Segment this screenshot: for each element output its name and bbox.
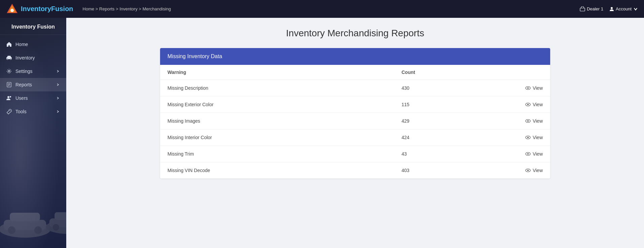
cell-action: View <box>453 162 550 179</box>
sidebar-item-settings-label: Settings <box>15 69 52 74</box>
svg-point-9 <box>34 226 42 234</box>
topnav: InventoryFusion Home > Reports > Invento… <box>0 0 644 18</box>
sidebar-item-tools[interactable]: Tools <box>0 105 66 118</box>
users-chevron-icon <box>55 96 60 100</box>
table-header-row: Warning Count <box>160 65 550 80</box>
sidebar-item-settings[interactable]: Settings <box>0 65 66 78</box>
sidebar-item-reports[interactable]: Reports <box>0 78 66 91</box>
table-row: Missing Images429 View <box>160 113 550 129</box>
table-row: Missing Exterior Color115 View <box>160 96 550 113</box>
view-link[interactable]: View <box>460 151 543 157</box>
table-row: Missing Trim43 View <box>160 146 550 162</box>
logo-icon <box>6 3 18 15</box>
card-header: Missing Inventory Data <box>160 48 550 65</box>
sidebar-item-home[interactable]: Home <box>0 38 66 51</box>
report-table: Warning Count Missing Description430 Vie… <box>160 65 550 178</box>
svg-point-4 <box>611 7 613 9</box>
eye-icon <box>525 85 531 91</box>
col-header-action <box>453 65 550 80</box>
cell-action: View <box>453 113 550 129</box>
svg-point-16 <box>7 58 8 60</box>
settings-chevron-icon <box>55 69 60 74</box>
sidebar-item-users[interactable]: Users <box>0 91 66 105</box>
svg-rect-3 <box>580 8 585 11</box>
cell-warning: Missing VIN Decode <box>160 162 394 179</box>
svg-point-8 <box>8 226 15 234</box>
sidebar-item-users-label: Users <box>15 95 52 101</box>
users-icon <box>6 95 12 101</box>
view-link[interactable]: View <box>460 85 543 91</box>
cell-action: View <box>453 96 550 113</box>
svg-point-37 <box>527 170 529 171</box>
svg-point-29 <box>527 104 529 105</box>
eye-icon <box>525 135 531 140</box>
svg-point-18 <box>8 71 10 72</box>
reports-chevron-icon <box>55 82 60 87</box>
sidebar-item-inventory-label: Inventory <box>15 55 60 60</box>
svg-point-17 <box>10 58 11 60</box>
cell-count: 115 <box>394 96 453 113</box>
settings-icon <box>6 68 12 74</box>
table-head: Warning Count <box>160 65 550 80</box>
layout: Inventory Fusion Home <box>0 18 644 248</box>
main-content: Inventory Merchandising Reports Missing … <box>66 18 644 248</box>
svg-point-23 <box>7 96 9 98</box>
dealer-label: Dealer 1 <box>587 6 603 11</box>
col-header-count: Count <box>394 65 453 80</box>
eye-icon <box>525 168 531 173</box>
sidebar-item-home-label: Home <box>15 42 60 47</box>
table-body: Missing Description430 ViewMissing Exter… <box>160 80 550 179</box>
cell-warning: Missing Images <box>160 113 394 129</box>
breadcrumb: Home > Reports > Inventory > Merchandisi… <box>83 6 171 11</box>
svg-point-13 <box>53 224 60 231</box>
tools-icon <box>6 109 12 115</box>
view-label: View <box>533 151 543 157</box>
dealer-badge: Dealer 1 <box>580 6 603 12</box>
cell-count: 403 <box>394 162 453 179</box>
cell-action: View <box>453 80 550 96</box>
eye-icon <box>525 102 531 107</box>
svg-point-27 <box>527 87 529 89</box>
view-label: View <box>533 102 543 107</box>
view-link[interactable]: View <box>460 135 543 140</box>
logo-text-fusion: Fusion <box>51 5 73 12</box>
topnav-left: InventoryFusion Home > Reports > Invento… <box>6 3 171 15</box>
svg-point-2 <box>10 9 14 12</box>
topnav-right: Dealer 1 Account <box>580 6 638 12</box>
eye-icon <box>525 151 531 157</box>
cell-warning: Missing Trim <box>160 146 394 162</box>
svg-point-33 <box>527 137 529 138</box>
car-icon <box>6 55 12 61</box>
eye-icon <box>525 118 531 124</box>
svg-rect-7 <box>10 213 40 221</box>
missing-inventory-card: Missing Inventory Data Warning Count Mis… <box>160 48 550 178</box>
page-title: Inventory Merchandising Reports <box>80 28 631 39</box>
cell-count: 43 <box>394 146 453 162</box>
cell-count: 430 <box>394 80 453 96</box>
cell-warning: Missing Description <box>160 80 394 96</box>
account-button[interactable]: Account <box>609 6 638 11</box>
home-icon <box>6 41 12 47</box>
cell-action: View <box>453 146 550 162</box>
svg-point-25 <box>9 110 10 111</box>
sidebar-content: Inventory Fusion Home <box>0 18 66 121</box>
cell-action: View <box>453 129 550 146</box>
dealer-icon <box>580 6 585 12</box>
view-label: View <box>533 85 543 91</box>
view-link[interactable]: View <box>460 168 543 173</box>
cell-warning: Missing Exterior Color <box>160 96 394 113</box>
sidebar-car-shapes <box>0 154 66 248</box>
view-link[interactable]: View <box>460 102 543 107</box>
sidebar: Inventory Fusion Home <box>0 18 66 248</box>
view-link[interactable]: View <box>460 118 543 124</box>
svg-point-24 <box>10 96 11 97</box>
account-label: Account <box>616 6 632 11</box>
account-chevron-icon <box>633 7 638 11</box>
logo: InventoryFusion <box>6 3 73 15</box>
sidebar-brand: Inventory Fusion <box>0 18 66 35</box>
svg-point-35 <box>527 153 529 155</box>
svg-rect-12 <box>54 212 66 220</box>
cell-count: 424 <box>394 129 453 146</box>
sidebar-item-inventory[interactable]: Inventory <box>0 51 66 65</box>
col-header-warning: Warning <box>160 65 394 80</box>
